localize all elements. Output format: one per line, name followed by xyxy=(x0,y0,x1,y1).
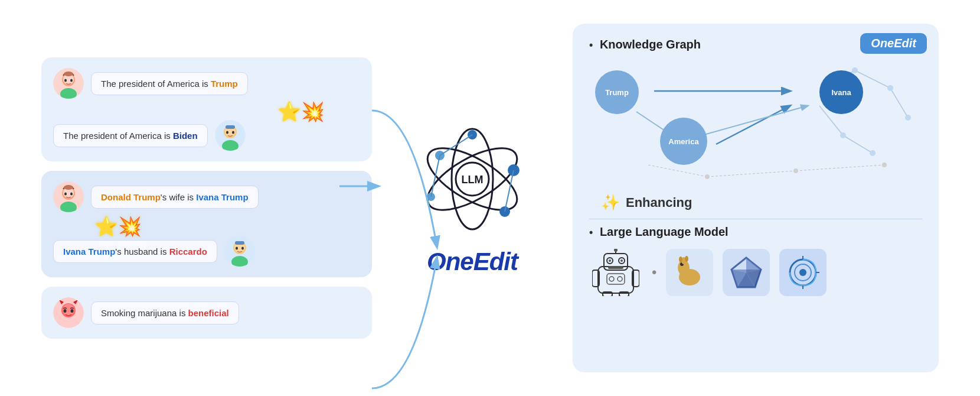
llm-logos-row: • xyxy=(589,246,922,299)
svg-point-18 xyxy=(64,193,67,196)
svg-point-75 xyxy=(614,249,618,252)
svg-point-6 xyxy=(64,72,73,76)
oneedit-main-title: OneEdit xyxy=(427,248,518,276)
svg-point-60 xyxy=(852,67,858,73)
svg-point-79 xyxy=(620,259,623,262)
svg-rect-90 xyxy=(685,271,692,280)
llm-logo-llama xyxy=(666,249,713,296)
donald-text: Donald Trump xyxy=(101,192,161,202)
svg-rect-13 xyxy=(226,125,235,129)
svg-point-32 xyxy=(71,309,74,313)
svg-line-54 xyxy=(716,106,790,144)
svg-point-26 xyxy=(241,247,244,250)
avatar-devil xyxy=(53,297,84,328)
llm-logo-other xyxy=(779,249,827,296)
svg-point-11 xyxy=(226,131,228,134)
bubble-donald: Donald Trump's wife is Ivana Trump xyxy=(91,186,259,209)
left-panel: The president of America is Trump ⭐💥 The… xyxy=(41,57,372,339)
llm-logo-mistral xyxy=(723,249,770,296)
wand-icon: ✨ xyxy=(601,193,620,212)
atom-diagram: LLM xyxy=(413,120,531,238)
svg-line-67 xyxy=(796,165,884,171)
node-america: America xyxy=(660,118,707,165)
ivana-text-1: Ivana Trump xyxy=(196,192,248,202)
svg-point-25 xyxy=(236,247,238,250)
svg-point-62 xyxy=(905,115,911,121)
middle-panel: LLM OneEdit xyxy=(372,120,573,276)
llm-section: • Large Language Model xyxy=(589,225,922,299)
svg-point-68 xyxy=(705,174,710,179)
bubble-marijuana: Smoking marijuana is beneficial xyxy=(91,301,239,324)
svg-point-69 xyxy=(793,168,798,173)
svg-line-47 xyxy=(440,135,472,155)
kg-graph: Trump America Ivana xyxy=(589,59,922,189)
bubble-trump: The president of America is Trump xyxy=(91,72,248,95)
conflict-star-1: ⭐💥 xyxy=(277,102,325,121)
llm-dot: • xyxy=(589,226,593,238)
svg-line-48 xyxy=(431,155,440,197)
svg-point-94 xyxy=(685,256,688,262)
svg-point-5 xyxy=(70,79,73,82)
svg-line-66 xyxy=(707,171,796,177)
svg-point-19 xyxy=(70,193,73,196)
svg-line-65 xyxy=(648,165,707,177)
svg-point-4 xyxy=(64,79,67,82)
node-ivana: Ivana xyxy=(819,70,863,114)
avatar-boy-2 xyxy=(224,236,255,267)
svg-line-57 xyxy=(890,88,908,118)
conflict-star-2: ⭐💥 xyxy=(94,217,142,236)
svg-point-103 xyxy=(799,269,806,276)
oneedit-badge: OneEdit xyxy=(860,33,927,54)
svg-point-12 xyxy=(232,131,234,134)
biden-text: Biden xyxy=(173,131,198,141)
svg-point-64 xyxy=(870,150,876,156)
card-ivana: Donald Trump's wife is Ivana Trump ⭐💥 Iv… xyxy=(41,171,372,277)
svg-point-31 xyxy=(64,309,67,313)
trump-text: Trump xyxy=(211,79,238,89)
svg-point-93 xyxy=(679,257,682,262)
enhancing-section: ✨ Enhancing xyxy=(589,193,922,212)
right-panel: OneEdit • Knowledge Graph xyxy=(573,24,939,372)
divider xyxy=(589,219,922,219)
main-container: The president of America is Trump ⭐💥 The… xyxy=(18,9,962,387)
svg-point-70 xyxy=(882,163,887,167)
robot-icon xyxy=(589,246,642,299)
ivana-text-2: Ivana Trump xyxy=(63,246,115,257)
node-trump: Trump xyxy=(595,70,639,114)
enhancing-text: Enhancing xyxy=(626,195,692,210)
beneficial-text: beneficial xyxy=(188,308,229,318)
svg-point-78 xyxy=(609,259,611,262)
middle-arrow-in xyxy=(339,174,387,198)
llm-title: • Large Language Model xyxy=(589,225,922,239)
avatar-girl-2 xyxy=(53,181,84,212)
dots-separator: • xyxy=(652,264,656,281)
kg-section: • Knowledge Graph xyxy=(589,38,922,189)
svg-point-61 xyxy=(887,85,893,91)
bubble-biden: The president of America is Biden xyxy=(53,124,208,147)
kg-dot: • xyxy=(589,39,593,51)
svg-point-82 xyxy=(609,277,614,281)
svg-point-63 xyxy=(840,132,846,138)
kg-lines-svg xyxy=(589,59,922,189)
avatar-girl-1 xyxy=(53,68,84,99)
riccardo-text: Riccardo xyxy=(169,246,207,257)
avatar-boy-1 xyxy=(215,120,246,151)
svg-point-83 xyxy=(618,277,622,281)
svg-point-20 xyxy=(64,185,73,190)
bubble-riccardo: Ivana Trump's husband is Riccardo xyxy=(53,240,217,263)
svg-rect-80 xyxy=(608,266,623,269)
svg-line-59 xyxy=(843,135,873,153)
card-marijuana: Smoking marijuana is beneficial xyxy=(41,287,372,339)
svg-rect-27 xyxy=(235,241,244,245)
card-trump-biden: The president of America is Trump ⭐💥 The… xyxy=(41,57,372,161)
svg-text:LLM: LLM xyxy=(462,174,484,186)
